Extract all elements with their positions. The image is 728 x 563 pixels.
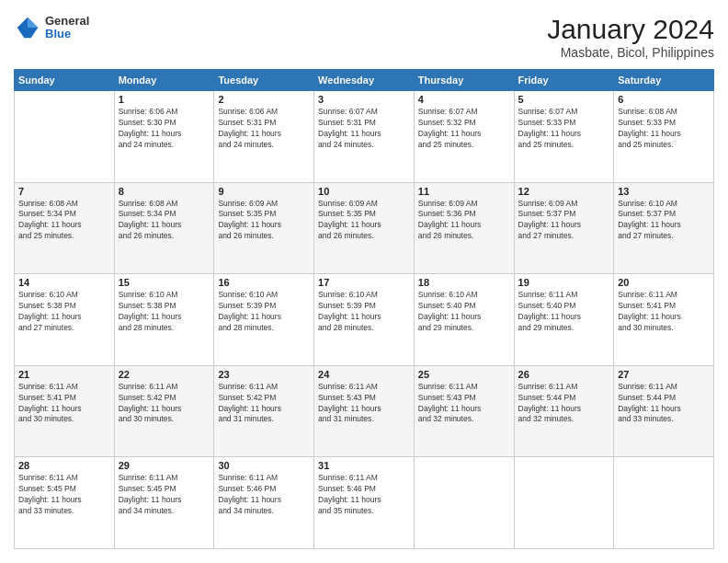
col-header-tuesday: Tuesday — [214, 70, 314, 91]
day-number: 20 — [618, 277, 710, 288]
logo-blue: Blue — [45, 28, 89, 40]
day-number: 4 — [418, 94, 510, 105]
calendar-cell: 12Sunrise: 6:09 AM Sunset: 5:37 PM Dayli… — [514, 182, 614, 274]
calendar-cell: 26Sunrise: 6:11 AM Sunset: 5:44 PM Dayli… — [514, 365, 614, 457]
day-number: 6 — [618, 94, 710, 105]
col-header-saturday: Saturday — [614, 70, 714, 91]
day-number: 17 — [318, 277, 410, 288]
svg-marker-1 — [28, 17, 38, 28]
day-info: Sunrise: 6:08 AM Sunset: 5:33 PM Dayligh… — [618, 107, 710, 151]
day-number: 24 — [318, 369, 410, 380]
day-number: 7 — [18, 186, 110, 197]
calendar-cell: 16Sunrise: 6:10 AM Sunset: 5:39 PM Dayli… — [214, 274, 314, 366]
week-row: 21Sunrise: 6:11 AM Sunset: 5:41 PM Dayli… — [15, 365, 714, 457]
calendar-cell: 21Sunrise: 6:11 AM Sunset: 5:41 PM Dayli… — [15, 365, 115, 457]
day-info: Sunrise: 6:09 AM Sunset: 5:35 PM Dayligh… — [218, 199, 310, 243]
day-number: 29 — [119, 460, 210, 471]
calendar-cell: 11Sunrise: 6:09 AM Sunset: 5:36 PM Dayli… — [414, 182, 514, 274]
calendar-cell — [414, 457, 514, 549]
day-number: 25 — [418, 369, 510, 380]
day-info: Sunrise: 6:11 AM Sunset: 5:43 PM Dayligh… — [418, 382, 510, 426]
calendar-cell: 20Sunrise: 6:11 AM Sunset: 5:41 PM Dayli… — [614, 274, 714, 366]
day-number: 26 — [518, 369, 610, 380]
day-number: 11 — [418, 186, 510, 197]
header-row: SundayMondayTuesdayWednesdayThursdayFrid… — [15, 70, 714, 91]
day-info: Sunrise: 6:08 AM Sunset: 5:34 PM Dayligh… — [18, 199, 110, 243]
day-info: Sunrise: 6:10 AM Sunset: 5:39 PM Dayligh… — [318, 290, 410, 334]
day-info: Sunrise: 6:09 AM Sunset: 5:36 PM Dayligh… — [418, 199, 510, 243]
day-number: 2 — [218, 94, 310, 105]
day-number: 12 — [518, 186, 610, 197]
calendar-cell — [514, 457, 614, 549]
header: General Blue January 2024 Masbate, Bicol… — [14, 14, 714, 60]
day-number: 3 — [318, 94, 410, 105]
calendar-cell: 6Sunrise: 6:08 AM Sunset: 5:33 PM Daylig… — [614, 91, 714, 183]
calendar-cell: 25Sunrise: 6:11 AM Sunset: 5:43 PM Dayli… — [414, 365, 514, 457]
day-number: 14 — [18, 277, 110, 288]
day-info: Sunrise: 6:10 AM Sunset: 5:40 PM Dayligh… — [418, 290, 510, 334]
calendar-cell: 4Sunrise: 6:07 AM Sunset: 5:32 PM Daylig… — [414, 91, 514, 183]
col-header-wednesday: Wednesday — [314, 70, 415, 91]
calendar-cell — [614, 457, 714, 549]
calendar-cell: 29Sunrise: 6:11 AM Sunset: 5:45 PM Dayli… — [114, 457, 214, 549]
day-info: Sunrise: 6:11 AM Sunset: 5:46 PM Dayligh… — [318, 473, 410, 517]
col-header-monday: Monday — [114, 70, 214, 91]
day-info: Sunrise: 6:07 AM Sunset: 5:31 PM Dayligh… — [318, 107, 410, 151]
page: General Blue January 2024 Masbate, Bicol… — [0, 0, 728, 563]
calendar-cell: 28Sunrise: 6:11 AM Sunset: 5:45 PM Dayli… — [15, 457, 115, 549]
calendar-table: SundayMondayTuesdayWednesdayThursdayFrid… — [14, 69, 714, 549]
logo-general: General — [45, 15, 89, 28]
week-row: 14Sunrise: 6:10 AM Sunset: 5:38 PM Dayli… — [15, 274, 714, 366]
day-info: Sunrise: 6:07 AM Sunset: 5:33 PM Dayligh… — [518, 107, 610, 151]
calendar-cell: 10Sunrise: 6:09 AM Sunset: 5:35 PM Dayli… — [314, 182, 415, 274]
col-header-sunday: Sunday — [15, 70, 115, 91]
day-info: Sunrise: 6:10 AM Sunset: 5:37 PM Dayligh… — [618, 199, 710, 243]
day-info: Sunrise: 6:11 AM Sunset: 5:46 PM Dayligh… — [218, 473, 310, 517]
calendar-cell: 23Sunrise: 6:11 AM Sunset: 5:42 PM Dayli… — [214, 365, 314, 457]
col-header-friday: Friday — [514, 70, 614, 91]
day-number: 19 — [518, 277, 610, 288]
day-number: 16 — [218, 277, 310, 288]
day-info: Sunrise: 6:11 AM Sunset: 5:45 PM Dayligh… — [18, 473, 110, 517]
day-info: Sunrise: 6:09 AM Sunset: 5:35 PM Dayligh… — [318, 199, 410, 243]
calendar-cell: 24Sunrise: 6:11 AM Sunset: 5:43 PM Dayli… — [314, 365, 415, 457]
day-info: Sunrise: 6:07 AM Sunset: 5:32 PM Dayligh… — [418, 107, 510, 151]
day-number: 31 — [318, 460, 410, 471]
calendar-cell: 17Sunrise: 6:10 AM Sunset: 5:39 PM Dayli… — [314, 274, 415, 366]
day-info: Sunrise: 6:11 AM Sunset: 5:41 PM Dayligh… — [18, 382, 110, 426]
day-number: 22 — [119, 369, 210, 380]
calendar-cell: 3Sunrise: 6:07 AM Sunset: 5:31 PM Daylig… — [314, 91, 415, 183]
week-row: 1Sunrise: 6:06 AM Sunset: 5:30 PM Daylig… — [15, 91, 714, 183]
day-number: 30 — [218, 460, 310, 471]
logo-text: General Blue — [45, 15, 89, 41]
day-number: 1 — [119, 94, 210, 105]
day-number: 8 — [119, 186, 210, 197]
day-info: Sunrise: 6:11 AM Sunset: 5:45 PM Dayligh… — [119, 473, 210, 517]
week-row: 7Sunrise: 6:08 AM Sunset: 5:34 PM Daylig… — [15, 182, 714, 274]
calendar-cell: 30Sunrise: 6:11 AM Sunset: 5:46 PM Dayli… — [214, 457, 314, 549]
calendar-cell: 19Sunrise: 6:11 AM Sunset: 5:40 PM Dayli… — [514, 274, 614, 366]
calendar-title: January 2024 — [547, 14, 714, 45]
day-info: Sunrise: 6:11 AM Sunset: 5:41 PM Dayligh… — [618, 290, 710, 334]
week-row: 28Sunrise: 6:11 AM Sunset: 5:45 PM Dayli… — [15, 457, 714, 549]
day-info: Sunrise: 6:06 AM Sunset: 5:31 PM Dayligh… — [218, 107, 310, 151]
day-info: Sunrise: 6:11 AM Sunset: 5:43 PM Dayligh… — [318, 382, 410, 426]
logo: General Blue — [14, 14, 89, 41]
calendar-cell: 1Sunrise: 6:06 AM Sunset: 5:30 PM Daylig… — [114, 91, 214, 183]
day-number: 9 — [218, 186, 310, 197]
day-info: Sunrise: 6:11 AM Sunset: 5:40 PM Dayligh… — [518, 290, 610, 334]
day-info: Sunrise: 6:10 AM Sunset: 5:38 PM Dayligh… — [18, 290, 110, 334]
day-number: 13 — [618, 186, 710, 197]
day-number: 21 — [18, 369, 110, 380]
calendar-cell: 5Sunrise: 6:07 AM Sunset: 5:33 PM Daylig… — [514, 91, 614, 183]
calendar-cell: 7Sunrise: 6:08 AM Sunset: 5:34 PM Daylig… — [15, 182, 115, 274]
calendar-cell: 27Sunrise: 6:11 AM Sunset: 5:44 PM Dayli… — [614, 365, 714, 457]
day-number: 10 — [318, 186, 410, 197]
day-number: 27 — [618, 369, 710, 380]
day-info: Sunrise: 6:11 AM Sunset: 5:44 PM Dayligh… — [618, 382, 710, 426]
title-block: January 2024 Masbate, Bicol, Philippines — [547, 14, 714, 60]
day-info: Sunrise: 6:11 AM Sunset: 5:44 PM Dayligh… — [518, 382, 610, 426]
calendar-subtitle: Masbate, Bicol, Philippines — [547, 45, 714, 60]
day-info: Sunrise: 6:10 AM Sunset: 5:39 PM Dayligh… — [218, 290, 310, 334]
day-info: Sunrise: 6:09 AM Sunset: 5:37 PM Dayligh… — [518, 199, 610, 243]
